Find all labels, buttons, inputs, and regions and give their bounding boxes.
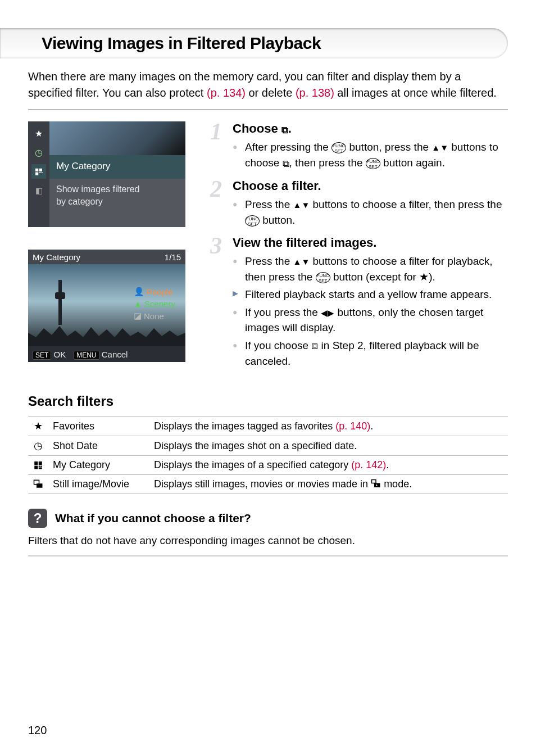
intro-text-3: all images at once while filtered. (334, 87, 497, 99)
table-row: Still image/Movie Displays still images,… (28, 475, 508, 494)
my-category-icon (28, 456, 48, 475)
step-1: 1 Choose ⧉. After pressing the FUNCSET b… (210, 121, 508, 171)
step-1-heading: Choose ⧉. (233, 121, 508, 136)
callout-divider (28, 555, 508, 556)
tip-callout: ? What if you cannot choose a filter? Fi… (28, 509, 508, 556)
filters-table: ★ Favorites Displays the images tagged a… (28, 416, 508, 494)
callout-title: What if you cannot choose a filter? (55, 511, 251, 525)
favorites-icon: ★ (31, 126, 46, 141)
ok-label: OK (54, 350, 66, 359)
star-icon: ★ (419, 271, 429, 283)
intro-text-2: or delete (246, 87, 296, 99)
filter-name: Still image/Movie (48, 475, 149, 494)
filter-off-icon: ⧈ (311, 339, 318, 351)
step-3-item-2: Filtered playback starts and a yellow fr… (233, 287, 508, 302)
search-filters-heading: Search filters (28, 393, 508, 409)
delete-page-link: (p. 138) (296, 87, 334, 99)
still-movie-icon: ◧ (31, 183, 46, 198)
protect-page-link: (p. 134) (207, 87, 246, 99)
filter-playback-icon: ⧉ (283, 159, 289, 169)
table-row: My Category Displays the images of a spe… (28, 456, 508, 475)
thumbnail-preview (49, 121, 185, 155)
up-down-icon: ▲▼ (431, 143, 448, 152)
digest-mode-icon (371, 478, 381, 490)
category-preview-image: 👤People ▲Scenery ◪None (28, 264, 185, 346)
step-3: 3 View the filtered images. Press the ▲▼… (210, 236, 508, 369)
question-mark-icon: ? (28, 509, 47, 528)
step-number-1: 1 (210, 118, 222, 145)
cancel-label: Cancel (102, 350, 128, 359)
shot-date-icon: ◷ (31, 145, 46, 160)
screenshot-category-select: My Category 1/15 👤People ▲Scenery ◪None … (28, 250, 185, 362)
step-3-item-1: Press the ▲▼ buttons to choose a filter … (233, 253, 508, 284)
func-set-icon: FUNCSET (316, 272, 330, 283)
page-title: Viewing Images in Filtered Playback (42, 34, 494, 53)
filter-name: My Category (48, 456, 149, 475)
func-set-icon: FUNCSET (331, 142, 346, 153)
filter-desc: Displays the images tagged as favorites … (149, 417, 508, 436)
page-title-bar: Viewing Images in Filtered Playback (0, 28, 508, 58)
up-down-icon: ▲▼ (293, 257, 310, 266)
section-divider (28, 109, 508, 110)
category-header-count: 1/15 (165, 252, 181, 262)
filter-playback-icon: ⧉ (281, 125, 288, 135)
set-button-label: SET (33, 351, 51, 360)
menu-button-label: MENU (74, 351, 99, 360)
category-tags: 👤People ▲Scenery ◪None (134, 284, 182, 323)
intro-paragraph: When there are many images on the memory… (28, 69, 508, 101)
filter-desc: Displays the images of a specified categ… (149, 456, 508, 475)
func-set-icon: FUNCSET (245, 215, 260, 227)
page-link: (p. 140) (335, 420, 370, 432)
steps-column: 1 Choose ⧉. After pressing the FUNCSET b… (210, 121, 508, 384)
screenshot-filter-menu: ★ ◷ ◧ My Category Show images filtered b… (28, 121, 185, 227)
step-number-2: 2 (210, 175, 222, 202)
svg-rect-2 (372, 480, 376, 483)
tag-scenery: ▲Scenery (134, 299, 182, 309)
up-down-icon: ▲▼ (293, 200, 310, 210)
filter-name: Shot Date (48, 436, 149, 456)
category-footer: SET OK MENU Cancel (28, 346, 185, 362)
step-3-heading: View the filtered images. (233, 236, 508, 250)
step-2: 2 Choose a filter. Press the ▲▼ buttons … (210, 179, 508, 228)
tag-none: ◪None (134, 311, 182, 321)
shot-date-icon: ◷ (28, 436, 48, 456)
filter-name: Favorites (48, 417, 149, 436)
func-set-icon: FUNCSET (366, 158, 380, 169)
still-movie-icon (28, 475, 48, 494)
filter-desc: Displays still images, movies or movies … (149, 475, 508, 494)
tag-people: 👤People (134, 287, 182, 297)
category-header: My Category 1/15 (28, 250, 185, 264)
step-2-heading: Choose a filter. (233, 179, 508, 193)
step-2-item-1: Press the ▲▼ buttons to choose a filter,… (233, 197, 508, 228)
filter-desc-line1: Show images filtered (56, 183, 179, 196)
my-category-icon (31, 164, 46, 179)
step-1-item-1: After pressing the FUNCSET button, press… (233, 139, 508, 171)
left-right-icon: ◀▶ (321, 308, 334, 318)
table-row: ◷ Shot Date Displays the images shot on … (28, 436, 508, 456)
svg-rect-1 (37, 483, 43, 488)
selected-filter-label: My Category (49, 155, 185, 179)
step-3-item-3: If you press the ◀▶ buttons, only the ch… (233, 305, 508, 336)
filter-desc: Displays the images shot on a specified … (149, 436, 508, 456)
callout-body: Filters that do not have any correspondi… (28, 533, 508, 549)
step-number-3: 3 (210, 232, 222, 259)
filter-desc-line2: by category (56, 196, 179, 208)
filter-icon-strip: ★ ◷ ◧ (28, 121, 49, 227)
step-3-item-4: If you choose ⧈ in Step 2, filtered play… (233, 338, 508, 369)
filter-description: Show images filtered by category (49, 179, 185, 227)
favorites-icon: ★ (28, 417, 48, 436)
category-header-title: My Category (33, 252, 80, 262)
page-number: 120 (28, 724, 47, 737)
table-row: ★ Favorites Displays the images tagged a… (28, 417, 508, 436)
screenshots-column: ★ ◷ ◧ My Category Show images filtered b… (28, 121, 197, 384)
page-link: (p. 142) (351, 459, 386, 470)
